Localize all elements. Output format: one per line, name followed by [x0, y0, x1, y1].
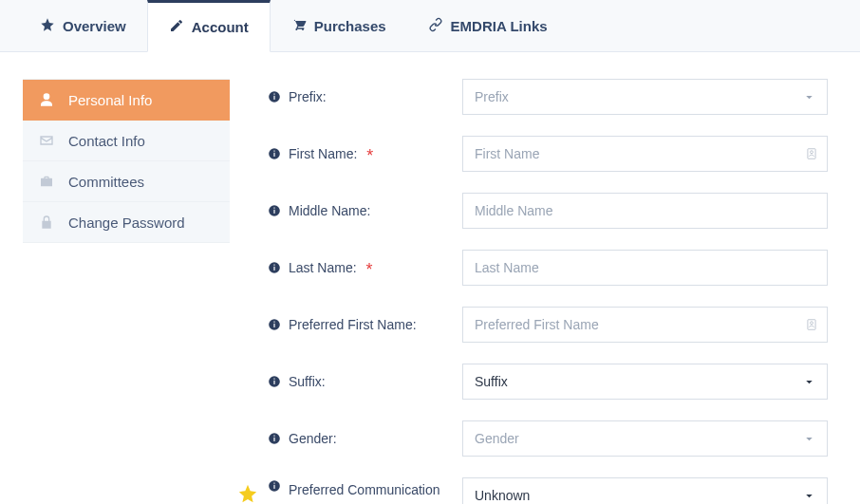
chevron-down-icon	[803, 490, 815, 502]
cart-icon	[291, 17, 307, 35]
info-icon[interactable]	[268, 90, 281, 103]
tab-purchases[interactable]: Purchases	[271, 0, 407, 51]
briefcase-icon	[38, 173, 55, 190]
lock-icon	[38, 214, 55, 231]
highlight-star-icon	[237, 483, 258, 504]
suffix-select[interactable]: Suffix	[462, 364, 828, 400]
field-label: Gender:	[289, 431, 337, 446]
svg-rect-15	[273, 324, 274, 327]
chevron-down-icon	[803, 376, 815, 388]
tab-overview[interactable]: Overview	[19, 0, 147, 51]
svg-rect-16	[273, 322, 274, 323]
field-middle-name: Middle Name:	[268, 193, 828, 229]
svg-point-18	[811, 322, 813, 325]
sidebar-item-label: Committees	[68, 174, 144, 190]
tab-label: Overview	[63, 18, 126, 34]
field-label: First Name:	[289, 146, 357, 161]
svg-rect-13	[273, 265, 274, 266]
middle-name-input[interactable]	[462, 193, 828, 229]
gender-select[interactable]: Gender	[462, 420, 828, 457]
tab-account[interactable]: Account	[147, 0, 271, 52]
info-icon[interactable]	[268, 479, 281, 493]
svg-rect-9	[273, 210, 274, 214]
svg-rect-10	[273, 208, 274, 209]
tab-label: Purchases	[314, 18, 386, 34]
field-suffix: Suffix: Suffix	[268, 364, 828, 400]
select-value: Gender	[475, 431, 519, 446]
svg-rect-23	[273, 438, 274, 441]
svg-rect-21	[273, 379, 274, 380]
svg-rect-1	[273, 96, 274, 100]
sidebar-item-personal-info[interactable]: Personal Info	[23, 79, 230, 121]
field-last-name: Last Name: *	[268, 250, 828, 286]
svg-rect-2	[273, 94, 274, 95]
sidebar-item-label: Change Password	[68, 215, 185, 231]
field-label: Suffix:	[289, 374, 326, 389]
info-icon[interactable]	[268, 147, 281, 160]
sidebar-item-label: Personal Info	[68, 92, 152, 108]
sidebar-item-label: Contact Info	[68, 133, 145, 149]
field-label: Prefix:	[289, 89, 327, 104]
svg-rect-27	[273, 483, 274, 484]
svg-rect-24	[273, 436, 274, 437]
field-label: Preferred Communication Method:	[289, 479, 453, 504]
svg-rect-5	[273, 151, 274, 152]
svg-rect-12	[273, 267, 274, 271]
tab-emdria-links[interactable]: EMDRIA Links	[407, 0, 569, 51]
star-icon	[40, 17, 55, 35]
sidebar-item-contact-info[interactable]: Contact Info	[23, 121, 230, 161]
chevron-down-icon	[803, 91, 815, 103]
preferred-communication-select[interactable]: Unknown	[462, 477, 828, 504]
svg-rect-20	[273, 381, 274, 384]
account-sidebar: Personal Info Contact Info Committees Ch…	[23, 79, 230, 243]
field-label: Preferred First Name:	[289, 317, 417, 332]
svg-rect-4	[273, 153, 274, 157]
field-prefix: Prefix: Prefix	[268, 79, 828, 115]
top-tabs: Overview Account Purchases EMDRIA Links	[0, 0, 860, 52]
first-name-input[interactable]	[462, 136, 828, 172]
info-icon[interactable]	[268, 318, 281, 331]
field-preferred-first-name: Preferred First Name:	[268, 307, 828, 343]
select-value: Unknown	[475, 488, 530, 503]
last-name-input[interactable]	[462, 250, 828, 286]
edit-icon	[169, 18, 184, 36]
field-label: Last Name:	[289, 260, 357, 275]
field-preferred-communication: Preferred Communication Method: Unknown	[268, 477, 828, 504]
svg-point-7	[811, 151, 813, 154]
svg-rect-26	[273, 485, 274, 489]
chevron-down-icon	[803, 433, 815, 445]
personal-info-form: Prefix: Prefix First Name: *	[268, 79, 828, 504]
info-icon[interactable]	[268, 204, 281, 217]
prefix-select[interactable]: Prefix	[462, 79, 828, 115]
info-icon[interactable]	[268, 432, 281, 445]
contact-card-icon	[805, 318, 818, 331]
info-icon[interactable]	[268, 261, 281, 274]
tab-label: Account	[192, 19, 249, 35]
link-icon	[428, 17, 443, 35]
select-value: Prefix	[475, 89, 509, 104]
tab-label: EMDRIA Links	[451, 18, 548, 34]
sidebar-item-committees[interactable]: Committees	[23, 161, 230, 202]
field-first-name: First Name: *	[268, 136, 828, 172]
select-value: Suffix	[475, 374, 508, 389]
sidebar-item-change-password[interactable]: Change Password	[23, 202, 230, 243]
info-icon[interactable]	[268, 375, 281, 388]
user-icon	[38, 91, 55, 108]
contact-card-icon	[805, 147, 818, 160]
field-gender: Gender: Gender	[268, 420, 828, 457]
preferred-first-name-input[interactable]	[462, 307, 828, 343]
field-label: Middle Name:	[289, 203, 370, 218]
envelope-icon	[38, 132, 55, 149]
